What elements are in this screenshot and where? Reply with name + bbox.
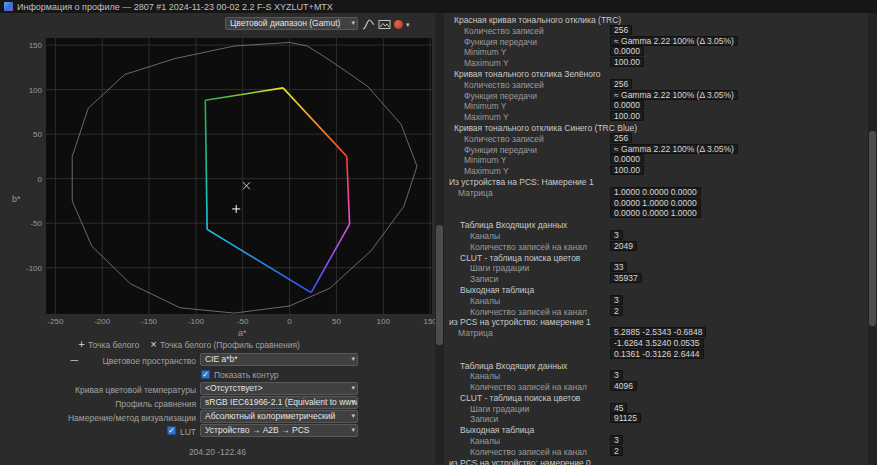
info-row: Minimum Y0.0000 — [444, 100, 868, 111]
plot-background — [46, 38, 432, 314]
info-row: Количество записей256 — [444, 133, 868, 144]
info-label: Каналы — [470, 231, 500, 241]
info-label: Записи — [470, 414, 498, 424]
x-axis-title: a* — [238, 328, 247, 338]
info-value-field[interactable]: 256 — [610, 133, 632, 143]
info-value-field[interactable]: 0.0000 1.0000 0.0000 — [610, 198, 701, 208]
info-label: Таблица Входящих данных — [460, 361, 567, 371]
info-value-field[interactable]: 256 — [610, 25, 632, 35]
check-icon: ✓ — [202, 370, 209, 379]
y-axis-title: b* — [12, 194, 21, 204]
info-row: Функция передачи≈ Gamma 2.22 100% (Δ 3.0… — [444, 144, 868, 155]
tone-curve-icon[interactable] — [362, 18, 375, 31]
info-value-field[interactable]: 1.0000 0.0000 0.0000 — [610, 187, 701, 197]
info-value-field[interactable]: -1.6264 3.5240 0.0535 — [610, 338, 704, 348]
info-label: Шаги градации — [470, 404, 529, 414]
info-value-field[interactable]: 91125 — [610, 413, 641, 423]
info-label: Функция передачи — [464, 145, 537, 155]
info-value-field[interactable]: 100.00 — [610, 111, 644, 121]
info-row: Количество записей на канал2 — [444, 306, 868, 317]
gamut-plot-svg[interactable]: -250-200-150-100-50050100150150100500-50… — [0, 36, 435, 338]
info-value-field[interactable]: 0.0000 — [610, 100, 644, 110]
chevron-down-icon[interactable]: ▾ — [406, 21, 410, 29]
info-row: Количество записей на канал2 — [444, 446, 868, 457]
y-tick-label: -50 — [30, 219, 42, 228]
gamut-view-select[interactable]: Цветовой диапазон (Gamut) ▾ — [225, 17, 358, 30]
export-image-icon[interactable] — [378, 18, 391, 31]
rendering-intent-select[interactable]: Абсолютный колориметрический ▾ — [200, 410, 358, 423]
info-value-field[interactable]: 0.0000 — [610, 154, 644, 164]
show-outline-checkbox[interactable]: ✓ — [201, 370, 210, 379]
lut-path-select[interactable]: Устройство → A2B → PCS ▾ — [200, 424, 358, 437]
profile-colors-icon[interactable] — [394, 20, 403, 29]
comparison-profile-select-value: sRGB IEC61966-2.1 (Equivalent to www.srg… — [205, 397, 358, 407]
info-section-header: Выходная таблица — [444, 284, 868, 295]
info-label: Количество записей — [464, 80, 544, 90]
info-value-field[interactable]: 2049 — [610, 241, 637, 251]
info-value-field[interactable]: 3 — [610, 230, 623, 240]
info-value-field[interactable]: 4096 — [610, 381, 637, 391]
info-value-field[interactable]: 0.0000 0.0000 1.0000 — [610, 208, 701, 218]
info-value-field[interactable]: 2 — [610, 446, 623, 456]
info-value-field[interactable]: 3 — [610, 370, 623, 380]
info-row: Каналы3 — [444, 435, 868, 446]
y-tick-label: 50 — [33, 130, 42, 139]
chevron-down-icon: ▾ — [351, 354, 355, 365]
titlebar[interactable]: Информация о профиле — 2807 #1 2024-11-2… — [0, 0, 877, 13]
info-value-field[interactable]: 0.0000 — [610, 46, 644, 56]
info-row: Шаги градации45 — [444, 403, 868, 414]
scrollbar-thumb[interactable] — [869, 131, 876, 326]
info-label: Каналы — [470, 436, 500, 446]
y-tick-label: 150 — [29, 41, 43, 50]
chevron-down-icon: ▾ — [351, 383, 355, 394]
temperature-curve-select[interactable]: <Отсутствует> ▾ — [200, 382, 358, 395]
x-tick-label: 100 — [377, 317, 391, 326]
scrollbar-thumb[interactable] — [436, 225, 443, 345]
colorspace-select[interactable]: CIE a*b* ▾ — [200, 353, 358, 366]
info-value-field[interactable]: 256 — [610, 79, 632, 89]
info-section-header: Из устройства на PCS: Намерение 1 — [444, 176, 868, 187]
info-label: Кривая тонального отклика Синего (TRC Bl… — [454, 123, 637, 133]
info-label: CLUT - таблица поиска цветов — [460, 253, 580, 263]
info-value-field[interactable]: ≈ Gamma 2.22 100% (Δ 3.05%) — [610, 36, 738, 46]
info-value-field[interactable]: 33 — [610, 262, 627, 272]
info-label: Minimum Y — [464, 101, 506, 111]
info-value-field[interactable]: 100.00 — [610, 165, 644, 175]
info-row: Количество записей256 — [444, 25, 868, 36]
left-scrollbar[interactable] — [435, 13, 444, 465]
info-section-header: Выходная таблица — [444, 424, 868, 435]
info-label: Каналы — [470, 296, 500, 306]
info-label: Maximum Y — [464, 112, 509, 122]
info-label: Красная кривая тонального отклика (TRC) — [454, 15, 621, 25]
info-label: Количество записей на канал — [470, 447, 587, 457]
info-section-header: Таблица Входящих данных — [444, 219, 868, 230]
x-tick-label: -150 — [141, 317, 158, 326]
info-label: Матрица — [458, 328, 493, 338]
right-scrollbar[interactable] — [868, 13, 877, 465]
info-value-field[interactable]: 35937 — [610, 273, 642, 283]
info-value-field[interactable]: 45 — [610, 403, 627, 413]
comparison-profile-select[interactable]: sRGB IEC61966-2.1 (Equivalent to www.srg… — [200, 396, 358, 409]
info-value-field[interactable]: ≈ Gamma 2.22 100% (Δ 3.05%) — [610, 90, 738, 100]
info-value-field[interactable]: ≈ Gamma 2.22 100% (Δ 3.05%) — [610, 144, 738, 154]
info-value-field[interactable]: 5.2885 -2.5343 -0.6848 — [610, 327, 706, 337]
chevron-down-icon: ▾ — [351, 411, 355, 422]
info-label: Выходная таблица — [460, 285, 534, 295]
info-label: CLUT - таблица поиска цветов — [460, 393, 580, 403]
profile-info-list: Красная кривая тонального отклика (TRC)К… — [444, 14, 868, 465]
info-label: Количество записей на канал — [470, 307, 587, 317]
chevron-down-icon: ▾ — [351, 18, 355, 29]
chevron-down-icon: ▾ — [351, 397, 355, 408]
info-row: Каналы3 — [444, 230, 868, 241]
info-value-field[interactable]: 3 — [610, 295, 623, 305]
info-row: Функция передачи≈ Gamma 2.22 100% (Δ 3.0… — [444, 36, 868, 47]
info-value-field[interactable]: 2 — [610, 306, 623, 316]
cursor-coordinates: 204.20 -122.46 — [0, 447, 435, 457]
info-label: Каналы — [470, 371, 500, 381]
info-value-field[interactable]: 100.00 — [610, 57, 644, 67]
info-label: Maximum Y — [464, 58, 509, 68]
info-label: Количество записей на канал — [470, 382, 587, 392]
info-value-field[interactable]: 0.1361 -0.3126 2.6444 — [610, 349, 704, 359]
info-section-header: Таблица Входящих данных — [444, 360, 868, 371]
info-value-field[interactable]: 3 — [610, 435, 623, 445]
